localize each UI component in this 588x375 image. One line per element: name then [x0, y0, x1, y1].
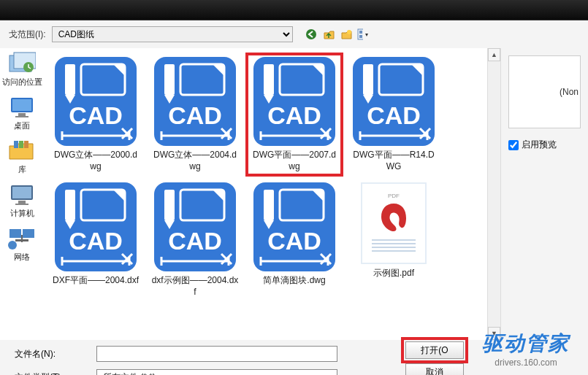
lookin-label: 戈范围(I):: [9, 28, 46, 41]
views-icon[interactable]: ▾: [357, 28, 370, 41]
svg-text:CAD: CAD: [69, 101, 123, 129]
file-pane: CAD DWG立体——2000.dwg CAD DWG立体——2004.dwg …: [44, 48, 487, 340]
svg-point-1: [347, 30, 351, 34]
svg-text:CAD: CAD: [267, 101, 321, 129]
filename-input[interactable]: [96, 346, 337, 362]
file-item[interactable]: CAD dxf示例图——2004.dxf: [148, 179, 243, 301]
up-icon[interactable]: [322, 28, 335, 41]
svg-rect-93: [264, 190, 274, 220]
file-name: dxf示例图——2004.dxf: [150, 274, 240, 298]
svg-rect-18: [12, 187, 31, 198]
svg-rect-22: [23, 229, 34, 238]
places-sidebar: 访问的位置 桌面 库 计算机 网络: [0, 48, 44, 340]
nav-icons: ▾: [305, 28, 370, 41]
preview-panel: (Non 启用预览: [500, 48, 588, 340]
scrollbar[interactable]: ▲ ▼: [487, 48, 500, 340]
place-label: 桌面: [14, 120, 30, 131]
svg-text:CAD: CAD: [168, 227, 222, 255]
place-network[interactable]: 网络: [8, 226, 36, 263]
svg-point-25: [8, 241, 17, 250]
file-name: DWG平面——R14.DWG: [349, 149, 438, 172]
svg-rect-60: [363, 64, 373, 95]
file-item[interactable]: CAD DXF平面——2004.dxf: [48, 179, 143, 301]
scroll-track[interactable]: [488, 61, 500, 327]
filetype-label: 文件类型(T):: [7, 371, 88, 376]
place-recent[interactable]: 访问的位置: [2, 51, 42, 88]
file-name: DXF平面——2004.dxf: [53, 274, 139, 286]
place-desktop[interactable]: 桌面: [8, 95, 36, 131]
enable-preview-checkbox[interactable]: 启用预览: [508, 139, 581, 151]
svg-point-0: [306, 29, 316, 39]
svg-rect-27: [65, 64, 75, 95]
file-name: DWG平面——2007.dwg: [250, 149, 339, 172]
lookin-dropdown[interactable]: CAD图纸: [52, 26, 293, 42]
place-libraries[interactable]: 库: [8, 139, 36, 175]
svg-rect-14: [14, 141, 18, 148]
file-name: DWG立体——2000.dwg: [51, 149, 140, 172]
preview-box: (Non: [508, 55, 581, 128]
cad-icon: CAD: [154, 57, 236, 146]
scroll-up-icon[interactable]: ▲: [488, 48, 500, 61]
file-name: 示例图.pdf: [373, 267, 414, 279]
pdf-icon: PDF: [361, 182, 427, 264]
cad-icon: CAD: [154, 182, 236, 271]
svg-rect-19: [18, 201, 26, 204]
filename-label: 文件名(N):: [7, 348, 88, 360]
svg-rect-15: [19, 141, 23, 148]
open-button[interactable]: 打开(O: [405, 341, 464, 359]
place-computer[interactable]: 计算机: [8, 182, 36, 219]
svg-rect-21: [9, 229, 21, 238]
pdf-header: PDF: [388, 193, 400, 199]
lookin-row: 戈范围(I): CAD图纸 ▾: [0, 20, 588, 48]
svg-text:CAD: CAD: [69, 227, 123, 255]
svg-rect-12: [18, 113, 26, 116]
enable-preview-label: 启用预览: [522, 139, 557, 151]
svg-rect-16: [24, 141, 28, 148]
file-item[interactable]: CAD DWG立体——2004.dwg: [148, 54, 243, 175]
file-item[interactable]: CAD DWG平面——R14.DWG: [346, 54, 441, 175]
svg-rect-71: [65, 190, 75, 220]
svg-rect-3: [359, 31, 362, 34]
svg-text:CAD: CAD: [168, 101, 222, 129]
place-label: 库: [18, 164, 26, 175]
file-item[interactable]: CAD DWG平面——2007.dwg: [247, 54, 342, 175]
svg-text:CAD: CAD: [267, 227, 321, 255]
svg-rect-20: [15, 204, 28, 205]
cad-icon: CAD: [353, 57, 435, 146]
file-name: 简单滴图块.dwg: [263, 274, 325, 286]
bottom-panel: 文件名(N): 文件类型(T): 所有文件 (*.*) 打开(O 取消: [0, 340, 588, 375]
place-label: 计算机: [10, 208, 34, 219]
file-item[interactable]: CAD DWG立体——2000.dwg: [48, 54, 143, 175]
file-name: DWG立体——2004.dwg: [150, 149, 240, 172]
new-folder-icon[interactable]: [340, 28, 353, 41]
enable-preview-input[interactable]: [508, 140, 519, 150]
svg-text:CAD: CAD: [367, 101, 421, 129]
svg-rect-24: [21, 235, 23, 242]
cad-icon: CAD: [253, 182, 335, 271]
cancel-button[interactable]: 取消: [405, 363, 464, 375]
svg-rect-49: [264, 64, 274, 95]
file-item[interactable]: CAD 简单滴图块.dwg: [247, 179, 342, 301]
svg-rect-11: [12, 99, 31, 111]
cad-icon: CAD: [55, 182, 137, 271]
window-titlebar: [0, 0, 588, 20]
filetype-dropdown[interactable]: 所有文件 (*.*): [96, 369, 337, 375]
svg-rect-5: [359, 35, 362, 38]
back-icon[interactable]: [305, 28, 318, 41]
place-label: 网络: [14, 252, 30, 263]
svg-rect-13: [15, 116, 28, 117]
scroll-down-icon[interactable]: ▼: [488, 327, 500, 340]
svg-rect-38: [164, 64, 175, 95]
cad-icon: CAD: [253, 57, 335, 146]
cad-icon: CAD: [55, 57, 137, 146]
place-label: 访问的位置: [2, 77, 42, 88]
svg-rect-82: [164, 190, 175, 220]
file-item[interactable]: PDF 示例图.pdf: [346, 179, 441, 301]
